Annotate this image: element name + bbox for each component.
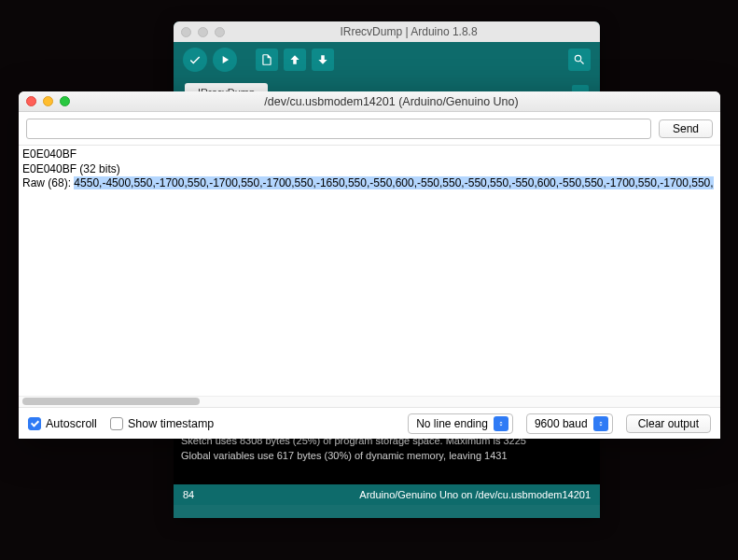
serial-monitor-button[interactable] (568, 49, 591, 71)
save-sketch-button[interactable] (312, 49, 334, 71)
autoscroll-checkbox[interactable]: Autoscroll (28, 417, 97, 430)
serial-monitor-window: /dev/cu.usbmodem14201 (Arduino/Genuino U… (19, 91, 720, 439)
output-line-3-prefix: Raw (68): (22, 176, 74, 189)
scrollbar-thumb[interactable] (22, 398, 200, 405)
ide-max-dot[interactable] (215, 27, 225, 37)
output-line-3-selection: 4550,-4500,550,-1700,550,-1700,550,-1700… (74, 176, 713, 189)
ide-titlebar: IRrecvDump | Arduino 1.8.8 (174, 21, 600, 42)
checkbox-icon (28, 417, 41, 430)
chevron-updown-icon (593, 416, 608, 431)
clear-output-button[interactable]: Clear output (626, 414, 711, 433)
timestamp-checkbox[interactable]: Show timestamp (110, 417, 214, 430)
output-line-3: Raw (68): 4550,-4500,550,-1700,550,-1700… (22, 176, 717, 191)
ide-min-dot[interactable] (198, 27, 208, 37)
line-ending-select[interactable]: No line ending (408, 413, 513, 434)
output-line-1: E0E040BF (22, 147, 717, 162)
ide-window-controls[interactable] (181, 27, 225, 37)
serial-input[interactable] (26, 119, 651, 139)
serial-input-row: Send (19, 112, 720, 146)
timestamp-label: Show timestamp (128, 417, 214, 430)
serial-scrollbar[interactable] (19, 396, 720, 407)
close-icon[interactable] (26, 96, 36, 106)
ide-board-info: Arduino/Genuino Uno on /dev/cu.usbmodem1… (359, 489, 591, 500)
ide-bottom-status: 84 Arduino/Genuino Uno on /dev/cu.usbmod… (174, 484, 600, 505)
verify-button[interactable] (183, 48, 207, 72)
output-line-2: E0E040BF (32 bits) (22, 162, 717, 177)
line-ending-value: No line ending (416, 417, 488, 430)
baud-select[interactable]: 9600 baud (526, 413, 613, 434)
serial-titlebar: /dev/cu.usbmodem14201 (Arduino/Genuino U… (19, 91, 720, 112)
serial-window-controls[interactable] (26, 96, 70, 106)
checkbox-icon (110, 417, 123, 430)
ide-title: IRrecvDump | Arduino 1.8.8 (225, 25, 592, 38)
ide-toolbar (174, 42, 600, 77)
console-line-2: Global variables use 617 bytes (30%) of … (181, 450, 510, 461)
serial-bottom-bar: Autoscroll Show timestamp No line ending… (19, 407, 720, 439)
upload-button[interactable] (213, 48, 237, 72)
ide-line-number: 84 (183, 489, 194, 500)
autoscroll-label: Autoscroll (46, 417, 97, 430)
new-sketch-button[interactable] (256, 49, 278, 71)
serial-title: /dev/cu.usbmodem14201 (Arduino/Genuino U… (70, 95, 713, 108)
ide-close-dot[interactable] (181, 27, 191, 37)
minimize-icon[interactable] (43, 96, 53, 106)
chevron-updown-icon (494, 416, 508, 431)
maximize-icon[interactable] (60, 96, 70, 106)
serial-output[interactable]: E0E040BF E0E040BF (32 bits) Raw (68): 45… (19, 146, 720, 396)
send-button[interactable]: Send (659, 119, 713, 138)
open-sketch-button[interactable] (284, 49, 306, 71)
baud-value: 9600 baud (535, 417, 588, 430)
